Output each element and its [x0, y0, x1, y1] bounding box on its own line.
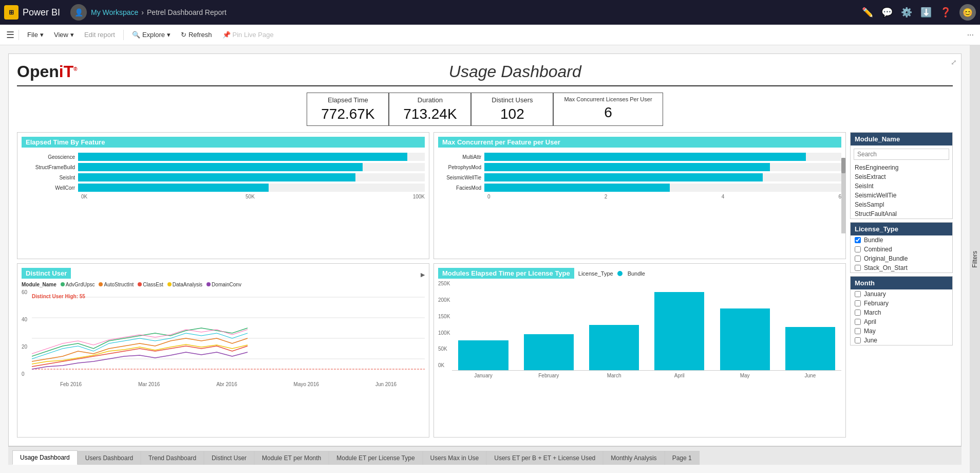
- pin-icon: 📌: [222, 31, 231, 39]
- kpi-elapsed-value: 772.67K: [317, 106, 378, 122]
- month-june-label: June: [864, 337, 877, 344]
- y-150k: 150K: [438, 314, 450, 319]
- license-original-checkbox[interactable]: [855, 256, 861, 262]
- bundle-label: Bundle: [628, 270, 645, 277]
- filter-item-resengineering[interactable]: ResEngineering: [851, 163, 952, 172]
- tab-page1[interactable]: Page 1: [665, 451, 700, 465]
- file-button[interactable]: File ▾: [23, 29, 48, 41]
- bottom-tabs: Usage Dashboard Users Dashboard Trend Da…: [8, 446, 962, 465]
- line-xaxis: Feb 2016 Mar 2016 Abr 2016 Mayo 2016 Jun…: [22, 381, 425, 387]
- kpi-duration-value: 713.24K: [400, 106, 460, 122]
- filter-item-structfaultanal[interactable]: StructFaultAnal: [851, 209, 952, 219]
- right-sidebar[interactable]: Filters: [970, 45, 980, 473]
- tab-users-dashboard[interactable]: Users Dashboard: [78, 451, 141, 465]
- workspace-link[interactable]: My Workspace: [91, 8, 138, 16]
- tab-monthly-analysis[interactable]: Monthly Analysis: [603, 451, 664, 465]
- tab-distinct-user[interactable]: Distinct User: [204, 451, 254, 465]
- conc-label-multiattr: MultiAttr: [438, 154, 484, 160]
- download-icon[interactable]: ⬇️: [920, 7, 932, 18]
- monthly-bars-container: January February March April May June: [452, 281, 841, 378]
- distinct-user-title: Distinct User: [22, 268, 71, 279]
- y-0k: 0K: [438, 362, 450, 368]
- bar-row-struct: StructFrameBuild: [22, 163, 425, 171]
- kpi-max-value: 6: [564, 104, 652, 121]
- license-bundle-checkbox[interactable]: [855, 237, 861, 243]
- month-march-label: March: [864, 309, 881, 316]
- license-combined-checkbox[interactable]: [855, 246, 861, 252]
- x-feb2016: Feb 2016: [60, 381, 82, 387]
- bar-label-struct: StructFrameBuild: [22, 165, 78, 170]
- edit-icon[interactable]: ✏️: [862, 7, 873, 18]
- monthly-chart-area: 250K 200K 150K 100K 50K 0K: [438, 281, 841, 378]
- bar-april: [648, 292, 710, 370]
- edit-button[interactable]: Edit report: [80, 29, 119, 41]
- elapsed-chart: Elapsed Time By Feature Geoscience Struc…: [17, 132, 429, 259]
- kpi-distinct: Distinct Users 102: [471, 93, 553, 126]
- filter-item-seisextract[interactable]: SeisExtract: [851, 172, 952, 181]
- line-yaxis: 60 40 20 0: [22, 289, 27, 377]
- tab-module-et-month[interactable]: Module ET per Month: [254, 451, 329, 465]
- user-avatar[interactable]: 👤: [70, 4, 87, 21]
- x-january: January: [452, 373, 514, 378]
- bar-january: [452, 340, 514, 370]
- month-june-checkbox[interactable]: [855, 337, 861, 343]
- filter-item-seissampl[interactable]: SeisSampl: [851, 200, 952, 209]
- distinct-expand-icon[interactable]: ▶: [421, 271, 425, 278]
- charts-left: Elapsed Time By Feature Geoscience Struc…: [17, 132, 429, 438]
- charts-grid: Elapsed Time By Feature Geoscience Struc…: [17, 132, 953, 438]
- help-icon[interactable]: ❓: [940, 7, 951, 18]
- y-50k: 50K: [438, 346, 450, 352]
- tab-trend-dashboard[interactable]: Trend Dashboard: [141, 451, 204, 465]
- pin-button[interactable]: 📌 Pin Live Page: [218, 29, 278, 41]
- line-chart-svg: [22, 289, 425, 379]
- x-february: February: [518, 373, 580, 378]
- view-button[interactable]: View ▾: [50, 29, 78, 41]
- monthly-bars: [452, 281, 841, 371]
- toolbar-right: ···: [967, 30, 974, 40]
- user-profile-icon[interactable]: 😊: [959, 4, 976, 21]
- dashboard-frame: ⤢ OpeniT® Usage Dashboard Elapsed Time 7…: [8, 53, 962, 446]
- month-february-item: February: [851, 299, 952, 308]
- month-january-checkbox[interactable]: [855, 291, 861, 297]
- conc-inner-petrophy: [484, 163, 770, 171]
- module-search-input[interactable]: [854, 149, 949, 160]
- explore-button[interactable]: 🔍 Explore ▾: [128, 29, 175, 41]
- filter-item-seisint[interactable]: SeisInt: [851, 181, 952, 191]
- month-filter-title: Month: [851, 277, 952, 289]
- file-label: File: [27, 31, 38, 39]
- y-250k: 250K: [438, 281, 450, 286]
- month-april-checkbox[interactable]: [855, 319, 861, 325]
- bundle-dot: [617, 271, 623, 276]
- topbar-actions: ✏️ 💬 ⚙️ ⬇️ ❓ 😊: [862, 4, 976, 21]
- tab-users-max[interactable]: Users Max in Use: [423, 451, 487, 465]
- refresh-button[interactable]: ↻ Refresh: [177, 29, 216, 41]
- tab-usage-dashboard[interactable]: Usage Dashboard: [12, 450, 78, 465]
- expand-icon[interactable]: ⤢: [951, 58, 957, 66]
- more-options-icon[interactable]: ···: [967, 30, 974, 39]
- settings-icon[interactable]: ⚙️: [901, 7, 912, 18]
- hamburger-icon[interactable]: ☰: [6, 29, 14, 41]
- month-may-checkbox[interactable]: [855, 328, 861, 334]
- month-february-checkbox[interactable]: [855, 300, 861, 306]
- legend-advgrd: AdvGrdUpsc: [61, 282, 95, 287]
- license-stack-checkbox[interactable]: [855, 265, 861, 271]
- tab-module-et-license[interactable]: Module ET per License Type: [329, 451, 422, 465]
- bar-fill-may: [720, 308, 770, 370]
- legend-dataanalysis: DataAnalysis: [167, 282, 202, 287]
- monthly-chart: Modules Elapsed Time per License Type Li…: [434, 263, 846, 438]
- bar-label-seisint: SeisInt: [22, 175, 78, 180]
- comments-icon[interactable]: 💬: [881, 7, 893, 18]
- conc-label-faciesmod: FaciesMod: [438, 185, 484, 191]
- kpi-max: Max Concurrent Licenses Per User 6: [553, 93, 663, 126]
- bar-row-seisint: SeisInt: [22, 173, 425, 181]
- month-february-label: February: [864, 300, 889, 307]
- license-stack-label: Stack_On_Start: [864, 264, 908, 271]
- tab-users-et[interactable]: Users ET per B + ET + License Used: [486, 451, 603, 465]
- filter-item-seismicwelltie[interactable]: SeismicWellTie: [851, 191, 952, 200]
- license-type-label: License_Type: [578, 270, 613, 277]
- month-march-checkbox[interactable]: [855, 310, 861, 316]
- dashboard-header: OpeniT® Usage Dashboard: [17, 62, 953, 86]
- license-combined-item: Combined: [851, 245, 952, 254]
- bar-label-geoscience: Geoscience: [22, 154, 78, 160]
- bar-row-wellcorr: WellCorr: [22, 184, 425, 192]
